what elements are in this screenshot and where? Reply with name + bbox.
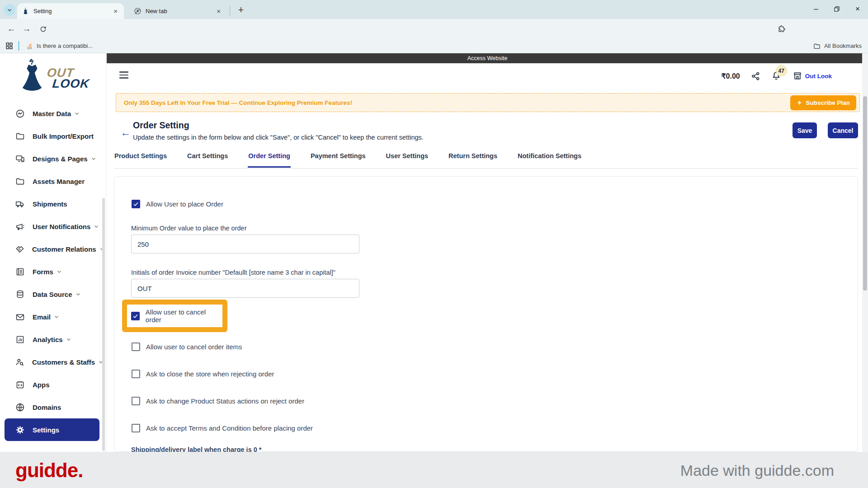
subscribe-plan-button[interactable]: Subscribe Plan — [790, 95, 856, 110]
sidebar-item-domains[interactable]: Domains — [0, 396, 103, 418]
tab-order-setting[interactable]: Order Setting — [248, 150, 291, 168]
share-icon[interactable] — [751, 71, 760, 81]
minimize-button[interactable]: – — [806, 0, 826, 18]
save-button[interactable]: Save — [793, 122, 817, 138]
checkbox-row-product-status: Ask to change Product Status actions on … — [132, 395, 304, 406]
trend-circle-icon — [15, 108, 25, 118]
envelope-icon — [15, 312, 25, 322]
chevron-down-icon — [57, 269, 62, 274]
restore-icon — [834, 6, 840, 12]
globe-icon — [15, 402, 25, 412]
page-scrollbar[interactable] — [862, 53, 868, 452]
restore-button[interactable] — [826, 0, 847, 18]
checkbox-row-place-order: Allow User to place Order — [132, 198, 223, 209]
devices-icon — [15, 154, 25, 164]
tab-cart-settings[interactable]: Cart Settings — [187, 150, 228, 168]
forward-icon[interactable]: → — [21, 23, 33, 35]
checkbox-cancel-order[interactable] — [131, 312, 140, 320]
check-icon — [132, 313, 138, 319]
page-title: Order Setting — [133, 120, 189, 131]
sidebar-item-settings[interactable]: Settings — [5, 418, 99, 441]
sidebar-item-analytics[interactable]: Analytics — [0, 328, 103, 351]
stackoverflow-icon — [26, 42, 33, 49]
wallet-amount: ₹0.00 — [721, 72, 740, 80]
reload-icon[interactable] — [37, 23, 49, 35]
megaphone-icon — [15, 221, 25, 231]
cancel-button[interactable]: Cancel — [828, 122, 858, 138]
tab-close-icon[interactable]: × — [215, 7, 222, 15]
tab-notification-settings[interactable]: Notification Settings — [517, 150, 582, 168]
browser-toolbar: ← → out-look.boniii.com/admin/layout/set… — [0, 19, 868, 38]
folder-icon — [15, 131, 25, 141]
chevron-down-icon — [91, 156, 96, 161]
browser-tab-newtab[interactable]: New tab × — [129, 3, 227, 19]
sidebar-item-forms[interactable]: Forms — [0, 260, 103, 283]
checkbox-product-status[interactable] — [132, 397, 140, 405]
truck-icon — [15, 199, 25, 209]
tab-title: Setting — [33, 8, 112, 14]
checkbox-row-cancel-items: Allow user to cancel order items — [132, 341, 242, 352]
page-subtitle: Update the settings in the form below an… — [133, 134, 424, 141]
sidebar-item-shipments[interactable]: Shipments — [0, 192, 103, 215]
sidebar-item-master-data[interactable]: Master Data — [0, 102, 103, 125]
store-button[interactable]: Out Look — [793, 71, 832, 80]
notifications-bell-icon[interactable]: 47 — [771, 70, 782, 81]
access-website-bar[interactable]: Access Website — [107, 53, 868, 63]
tab-search-button[interactable] — [4, 4, 15, 16]
sidebar-item-bulk-import-export[interactable]: Bulk Import/Export — [0, 125, 103, 147]
close-window-button[interactable]: × — [847, 0, 868, 18]
form-list-icon — [15, 267, 25, 277]
back-arrow-icon[interactable]: ← — [120, 127, 131, 138]
sidebar-item-customer-relations[interactable]: Customer Relations — [0, 238, 103, 260]
all-bookmarks-button[interactable]: All Bookmarks — [813, 40, 862, 52]
apps-grid-icon[interactable] — [5, 42, 13, 50]
checkbox-place-order[interactable] — [132, 200, 140, 208]
invoice-initials-input[interactable] — [131, 279, 359, 298]
tab-return-settings[interactable]: Return Settings — [448, 150, 498, 168]
access-website-label: Access Website — [467, 55, 508, 61]
check-icon — [133, 201, 139, 207]
sidebar-item-email[interactable]: Email — [0, 305, 103, 328]
user-search-icon — [15, 357, 24, 367]
checkbox-row-terms: Ask to accept Terms and Condition before… — [132, 422, 313, 433]
tab-user-settings[interactable]: User Settings — [386, 150, 429, 168]
tab-close-icon[interactable]: × — [112, 7, 119, 15]
back-icon[interactable]: ← — [5, 23, 17, 35]
extensions-puzzle-icon[interactable] — [776, 23, 788, 35]
bookmarks-bar: Is there a compatibi... All Bookmarks — [0, 38, 868, 53]
database-icon — [15, 289, 25, 299]
checkbox-accept-terms[interactable] — [132, 424, 140, 432]
tab-title: New tab — [146, 8, 215, 14]
chevron-down-icon — [94, 224, 99, 229]
sidebar-item-customers-staffs[interactable]: Customers & Staffs — [0, 351, 103, 373]
tab-payment-settings[interactable]: Payment Settings — [310, 150, 366, 168]
checkbox-close-store[interactable] — [132, 370, 140, 378]
hamburger-menu-icon[interactable] — [119, 71, 128, 79]
min-order-input[interactable] — [131, 235, 359, 253]
invoice-initials-label: Initials of order Invoice number "Defaul… — [131, 269, 335, 276]
site-favicon — [22, 7, 29, 15]
sidebar-item-data-source[interactable]: Data Source — [0, 283, 103, 305]
window-controls: – × — [806, 0, 868, 18]
main-content: Access Website ₹0.00 47 Out Look Onl — [107, 53, 868, 452]
chevron-down-icon — [66, 337, 71, 342]
guidde-highlight-box: Allow user to cancel order — [122, 300, 227, 332]
sidebar-item-apps[interactable]: Apps — [0, 373, 103, 396]
sidebar-item-designs-pages[interactable]: Designs & Pages — [0, 147, 103, 170]
store-logo: OUT LOOK — [19, 58, 87, 99]
sidebar-item-user-notifications[interactable]: User Notifications — [0, 215, 103, 238]
checkbox-cancel-order-items[interactable] — [132, 343, 140, 351]
checkbox-row-close-store: Ask to close the store when rejecting or… — [132, 368, 274, 379]
sidebar-scrollbar[interactable] — [102, 198, 105, 451]
chrome-icon — [134, 7, 142, 15]
new-tab-button[interactable]: + — [235, 4, 247, 16]
browser-tab-setting[interactable]: Setting × — [17, 3, 124, 19]
sidebar-item-assets-manager[interactable]: Assets Manager — [0, 170, 103, 192]
bookmark-item[interactable]: Is there a compatibi... — [26, 40, 93, 52]
checkbox-row-cancel-order: Allow user to cancel order — [131, 308, 222, 324]
page-scrollbar-thumb[interactable] — [863, 96, 867, 291]
order-settings-form: Allow User to place Order Minimum Order … — [114, 176, 858, 452]
lightning-icon — [797, 99, 802, 106]
tab-product-settings[interactable]: Product Settings — [114, 150, 167, 168]
settings-tabs: Product Settings Cart Settings Order Set… — [114, 150, 858, 169]
